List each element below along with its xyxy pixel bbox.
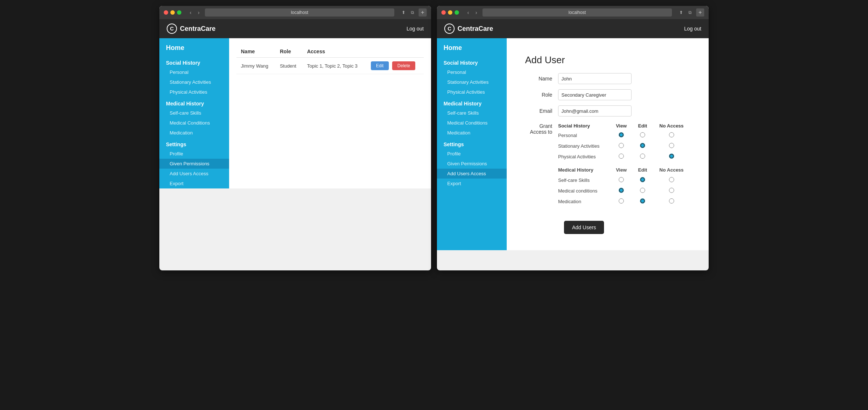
sidebar-item-personal-r[interactable]: Personal [437, 67, 507, 77]
edit-button[interactable]: Edit [371, 61, 389, 70]
address-bar-right[interactable]: localhost [482, 8, 672, 17]
medical-history-header: Medical History [558, 162, 610, 175]
email-label: Email [525, 108, 558, 114]
physical-edit-cell [632, 151, 652, 162]
logout-button-left[interactable]: Log out [406, 26, 424, 32]
forward-button-r[interactable]: › [473, 9, 480, 16]
self-care-edit-radio[interactable] [640, 177, 645, 182]
back-button-r[interactable]: ‹ [465, 9, 471, 16]
physical-no-access-radio[interactable] [669, 154, 674, 159]
new-tab-button[interactable]: + [419, 8, 427, 17]
traffic-light-green[interactable] [177, 10, 181, 15]
medical-conditions-no-access-radio[interactable] [669, 188, 674, 193]
medical-conditions-no-access-cell [653, 186, 690, 196]
stationary-edit-radio[interactable] [640, 143, 645, 148]
self-care-no-access-cell [653, 175, 690, 186]
permission-row-medication: Medication [558, 196, 690, 207]
email-input[interactable] [558, 105, 632, 116]
sidebar-social-history-title: Social History [159, 56, 229, 67]
sidebar-item-add-users-r[interactable]: Add Users Access [437, 169, 507, 179]
permission-row-self-care: Self-care Skills [558, 175, 690, 186]
delete-button[interactable]: Delete [392, 61, 415, 70]
sidebar-settings-title-r: Settings [437, 138, 507, 149]
self-care-edit-cell [632, 175, 652, 186]
sidebar-item-personal[interactable]: Personal [159, 67, 229, 77]
forward-button[interactable]: › [195, 9, 202, 16]
social-history-col-header: Social History [558, 122, 610, 130]
share-button[interactable]: ⬆ [400, 9, 407, 16]
stationary-no-access-radio[interactable] [669, 143, 674, 148]
tabs-button[interactable]: ⧉ [409, 9, 416, 16]
sidebar-item-physical-r[interactable]: Physical Activities [437, 87, 507, 97]
medical-conditions-edit-radio[interactable] [640, 188, 645, 193]
user-actions: Edit Delete [366, 58, 424, 74]
personal-edit-radio[interactable] [640, 132, 645, 137]
view-col-header: View [610, 122, 633, 130]
medical-history-header-row: Medical History View Edit No Access [558, 162, 690, 175]
sidebar-home-left[interactable]: Home [159, 38, 229, 56]
self-care-no-access-radio[interactable] [669, 177, 674, 182]
personal-no-access-radio[interactable] [669, 132, 674, 137]
medication-view-radio[interactable] [619, 198, 624, 204]
traffic-light-yellow[interactable] [170, 10, 175, 15]
name-input[interactable] [558, 73, 632, 84]
personal-edit-cell [632, 130, 652, 141]
add-users-button[interactable]: Add Users [564, 221, 604, 234]
traffic-light-yellow-r[interactable] [448, 10, 452, 15]
browser-chrome-right: ‹ › localhost ⬆ ⧉ + [437, 6, 709, 19]
content-panel-right: Add User Name Role Email [507, 38, 709, 250]
main-content-left: Home Social History Personal Stationary … [159, 38, 431, 188]
traffic-light-red[interactable] [164, 10, 168, 15]
sidebar-item-given-permissions-r[interactable]: Given Permissions [437, 159, 507, 169]
medication-no-access-radio[interactable] [669, 198, 674, 204]
sidebar-item-medical-conditions[interactable]: Medical Conditions [159, 118, 229, 128]
browser-actions-right: ⬆ ⧉ [678, 9, 693, 16]
stationary-edit-cell [632, 141, 652, 151]
medication-edit-radio[interactable] [640, 198, 645, 204]
stationary-view-radio[interactable] [619, 143, 624, 148]
share-button-r[interactable]: ⬆ [678, 9, 684, 16]
physical-edit-radio[interactable] [640, 154, 645, 159]
sidebar-item-export[interactable]: Export [159, 179, 229, 188]
medication-label: Medication [558, 196, 610, 207]
sidebar-medical-history-title-r: Medical History [437, 97, 507, 108]
medical-conditions-label: Medical conditions [558, 186, 610, 196]
physical-view-radio[interactable] [619, 154, 624, 159]
sidebar-item-given-permissions[interactable]: Given Permissions [159, 159, 229, 169]
medical-conditions-view-radio[interactable] [619, 188, 624, 193]
sidebar-item-physical[interactable]: Physical Activities [159, 87, 229, 97]
traffic-light-red-r[interactable] [441, 10, 446, 15]
self-care-label: Self-care Skills [558, 175, 610, 186]
sidebar-item-export-r[interactable]: Export [437, 179, 507, 188]
traffic-light-green-r[interactable] [455, 10, 459, 15]
tabs-button-r[interactable]: ⧉ [687, 9, 693, 16]
sidebar-item-self-care[interactable]: Self-care Skills [159, 108, 229, 118]
back-button[interactable]: ‹ [187, 9, 194, 16]
role-input[interactable] [558, 89, 632, 100]
sidebar-item-self-care-r[interactable]: Self-care Skills [437, 108, 507, 118]
sidebar-item-stationary-r[interactable]: Stationary Activities [437, 77, 507, 87]
brand-right: C CentraCare [444, 24, 493, 34]
self-care-view-radio[interactable] [619, 177, 624, 182]
sidebar-item-medication-r[interactable]: Medication [437, 128, 507, 138]
name-row: Name [525, 73, 690, 84]
user-access: Topic 1, Topic 2, Topic 3 [303, 58, 366, 74]
sidebar-home-right[interactable]: Home [437, 38, 507, 56]
traffic-lights-left [164, 10, 181, 15]
sidebar-item-medication[interactable]: Medication [159, 128, 229, 138]
address-bar-left[interactable]: localhost [205, 8, 394, 17]
sidebar-item-stationary[interactable]: Stationary Activities [159, 77, 229, 87]
personal-view-radio[interactable] [619, 132, 624, 137]
sidebar-item-add-users[interactable]: Add Users Access [159, 169, 229, 179]
main-content-right: Home Social History Personal Stationary … [437, 38, 709, 250]
new-tab-button-r[interactable]: + [696, 8, 704, 17]
personal-label: Personal [558, 130, 610, 141]
sidebar-item-medical-conditions-r[interactable]: Medical Conditions [437, 118, 507, 128]
logout-button-right[interactable]: Log out [684, 26, 701, 32]
brand-icon-right: C [444, 24, 455, 34]
browser-window-right: ‹ › localhost ⬆ ⧉ + C CentraCare Log out… [437, 6, 709, 270]
sidebar-item-profile[interactable]: Profile [159, 149, 229, 159]
self-care-view-cell [610, 175, 633, 186]
sidebar-item-profile-r[interactable]: Profile [437, 149, 507, 159]
medical-conditions-view-cell [610, 186, 633, 196]
